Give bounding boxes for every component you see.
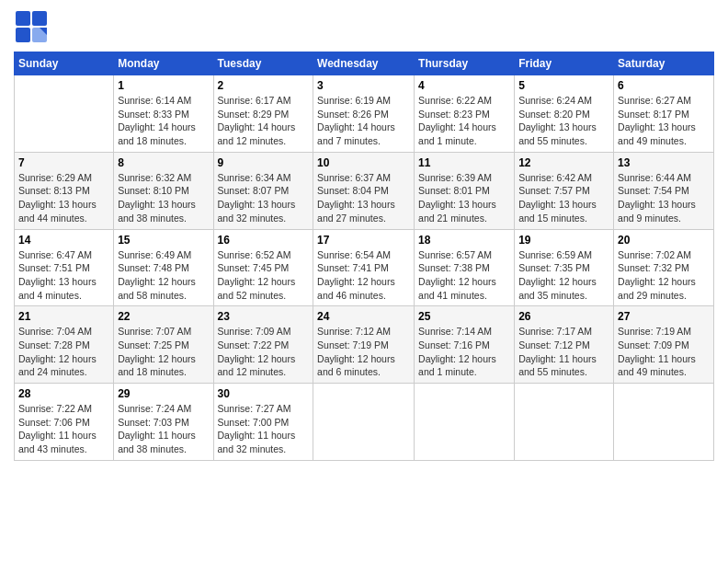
calendar-cell (313, 384, 415, 461)
calendar-cell: 20Sunrise: 7:02 AMSunset: 7:32 PMDayligh… (614, 229, 714, 306)
calendar-cell: 13Sunrise: 6:44 AMSunset: 7:54 PMDayligh… (614, 152, 714, 229)
calendar-table: Sunday Monday Tuesday Wednesday Thursday… (14, 52, 714, 461)
day-number: 14 (18, 234, 109, 247)
calendar-cell: 24Sunrise: 7:12 AMSunset: 7:19 PMDayligh… (313, 306, 415, 384)
day-number: 4 (418, 79, 510, 92)
day-number: 20 (618, 234, 710, 247)
col-wednesday: Wednesday (313, 52, 415, 75)
day-info: Sunrise: 7:19 AMSunset: 7:09 PMDaylight:… (618, 325, 710, 379)
svg-rect-2 (16, 28, 30, 42)
day-info: Sunrise: 6:27 AMSunset: 8:17 PMDaylight:… (618, 94, 710, 148)
calendar-cell: 25Sunrise: 7:14 AMSunset: 7:16 PMDayligh… (415, 306, 515, 384)
day-number: 25 (418, 310, 510, 323)
col-friday: Friday (515, 52, 614, 75)
day-info: Sunrise: 6:37 AMSunset: 8:04 PMDaylight:… (317, 171, 410, 225)
day-info: Sunrise: 7:12 AMSunset: 7:19 PMDaylight:… (317, 325, 410, 379)
day-info: Sunrise: 6:44 AMSunset: 7:54 PMDaylight:… (618, 171, 710, 225)
day-info: Sunrise: 6:57 AMSunset: 7:38 PMDaylight:… (418, 248, 510, 303)
calendar-cell (415, 384, 515, 461)
day-number: 22 (118, 310, 209, 323)
calendar-cell: 27Sunrise: 7:19 AMSunset: 7:09 PMDayligh… (614, 306, 714, 384)
calendar-cell (515, 384, 614, 461)
calendar-cell: 23Sunrise: 7:09 AMSunset: 7:22 PMDayligh… (213, 306, 313, 384)
col-thursday: Thursday (415, 52, 515, 75)
calendar-cell: 4Sunrise: 6:22 AMSunset: 8:23 PMDaylight… (415, 75, 515, 153)
day-number: 11 (418, 156, 510, 169)
calendar-body: 1Sunrise: 6:14 AMSunset: 8:33 PMDaylight… (15, 75, 714, 461)
day-number: 30 (218, 387, 310, 400)
col-sunday: Sunday (15, 52, 114, 75)
day-number: 2 (218, 79, 310, 92)
day-info: Sunrise: 7:22 AMSunset: 7:06 PMDaylight:… (18, 402, 109, 456)
day-number: 24 (317, 310, 410, 323)
day-info: Sunrise: 6:29 AMSunset: 8:13 PMDaylight:… (18, 171, 109, 225)
calendar-cell: 16Sunrise: 6:52 AMSunset: 7:45 PMDayligh… (213, 229, 313, 306)
calendar-week-row: 1Sunrise: 6:14 AMSunset: 8:33 PMDaylight… (15, 75, 714, 153)
day-number: 18 (418, 234, 510, 247)
day-number: 9 (218, 156, 310, 169)
day-info: Sunrise: 6:49 AMSunset: 7:48 PMDaylight:… (118, 248, 209, 303)
day-number: 28 (18, 387, 109, 400)
calendar-cell: 11Sunrise: 6:39 AMSunset: 8:01 PMDayligh… (415, 152, 515, 229)
day-number: 10 (317, 156, 410, 169)
calendar-cell: 7Sunrise: 6:29 AMSunset: 8:13 PMDaylight… (15, 152, 114, 229)
day-number: 12 (518, 156, 609, 169)
day-info: Sunrise: 7:09 AMSunset: 7:22 PMDaylight:… (218, 325, 310, 379)
day-number: 23 (218, 310, 310, 323)
calendar-cell: 3Sunrise: 6:19 AMSunset: 8:26 PMDaylight… (313, 75, 415, 153)
day-info: Sunrise: 6:39 AMSunset: 8:01 PMDaylight:… (418, 171, 510, 225)
day-number: 21 (18, 310, 109, 323)
col-saturday: Saturday (614, 52, 714, 75)
calendar-cell: 2Sunrise: 6:17 AMSunset: 8:29 PMDaylight… (213, 75, 313, 153)
page-header (14, 9, 714, 44)
col-monday: Monday (114, 52, 213, 75)
day-info: Sunrise: 7:04 AMSunset: 7:28 PMDaylight:… (18, 325, 109, 379)
day-number: 1 (118, 79, 209, 92)
svg-rect-1 (32, 11, 47, 26)
svg-rect-0 (16, 11, 30, 26)
day-number: 26 (518, 310, 609, 323)
day-info: Sunrise: 7:27 AMSunset: 7:00 PMDaylight:… (218, 402, 310, 456)
calendar-cell: 26Sunrise: 7:17 AMSunset: 7:12 PMDayligh… (515, 306, 614, 384)
col-tuesday: Tuesday (213, 52, 313, 75)
calendar-cell: 9Sunrise: 6:34 AMSunset: 8:07 PMDaylight… (213, 152, 313, 229)
day-number: 17 (317, 234, 410, 247)
day-number: 15 (118, 234, 209, 247)
calendar-cell: 6Sunrise: 6:27 AMSunset: 8:17 PMDaylight… (614, 75, 714, 153)
calendar-cell: 29Sunrise: 7:24 AMSunset: 7:03 PMDayligh… (114, 384, 213, 461)
calendar-cell: 17Sunrise: 6:54 AMSunset: 7:41 PMDayligh… (313, 229, 415, 306)
day-info: Sunrise: 6:54 AMSunset: 7:41 PMDaylight:… (317, 248, 410, 303)
calendar-cell (15, 75, 114, 153)
calendar-week-row: 7Sunrise: 6:29 AMSunset: 8:13 PMDaylight… (15, 152, 714, 229)
calendar-cell: 1Sunrise: 6:14 AMSunset: 8:33 PMDaylight… (114, 75, 213, 153)
calendar-header-row: Sunday Monday Tuesday Wednesday Thursday… (15, 52, 714, 75)
calendar-cell (614, 384, 714, 461)
day-info: Sunrise: 7:07 AMSunset: 7:25 PMDaylight:… (118, 325, 209, 379)
calendar-week-row: 21Sunrise: 7:04 AMSunset: 7:28 PMDayligh… (15, 306, 714, 384)
calendar-cell: 15Sunrise: 6:49 AMSunset: 7:48 PMDayligh… (114, 229, 213, 306)
day-number: 19 (518, 234, 609, 247)
day-info: Sunrise: 6:19 AMSunset: 8:26 PMDaylight:… (317, 94, 410, 148)
day-number: 7 (18, 156, 109, 169)
day-info: Sunrise: 6:34 AMSunset: 8:07 PMDaylight:… (218, 171, 310, 225)
page-container: Sunday Monday Tuesday Wednesday Thursday… (0, 0, 728, 470)
day-info: Sunrise: 6:32 AMSunset: 8:10 PMDaylight:… (118, 171, 209, 225)
calendar-cell: 19Sunrise: 6:59 AMSunset: 7:35 PMDayligh… (515, 229, 614, 306)
day-number: 3 (317, 79, 410, 92)
calendar-cell: 12Sunrise: 6:42 AMSunset: 7:57 PMDayligh… (515, 152, 614, 229)
day-info: Sunrise: 7:24 AMSunset: 7:03 PMDaylight:… (118, 402, 209, 456)
calendar-cell: 10Sunrise: 6:37 AMSunset: 8:04 PMDayligh… (313, 152, 415, 229)
calendar-week-row: 28Sunrise: 7:22 AMSunset: 7:06 PMDayligh… (15, 384, 714, 461)
day-info: Sunrise: 6:14 AMSunset: 8:33 PMDaylight:… (118, 94, 209, 148)
day-info: Sunrise: 7:14 AMSunset: 7:16 PMDaylight:… (418, 325, 510, 379)
calendar-cell: 8Sunrise: 6:32 AMSunset: 8:10 PMDaylight… (114, 152, 213, 229)
day-info: Sunrise: 6:59 AMSunset: 7:35 PMDaylight:… (518, 248, 609, 303)
day-info: Sunrise: 6:22 AMSunset: 8:23 PMDaylight:… (418, 94, 510, 148)
calendar-cell: 30Sunrise: 7:27 AMSunset: 7:00 PMDayligh… (213, 384, 313, 461)
calendar-cell: 5Sunrise: 6:24 AMSunset: 8:20 PMDaylight… (515, 75, 614, 153)
logo-icon (14, 9, 49, 44)
day-number: 6 (618, 79, 710, 92)
day-number: 29 (118, 387, 209, 400)
day-number: 5 (518, 79, 609, 92)
calendar-cell: 22Sunrise: 7:07 AMSunset: 7:25 PMDayligh… (114, 306, 213, 384)
